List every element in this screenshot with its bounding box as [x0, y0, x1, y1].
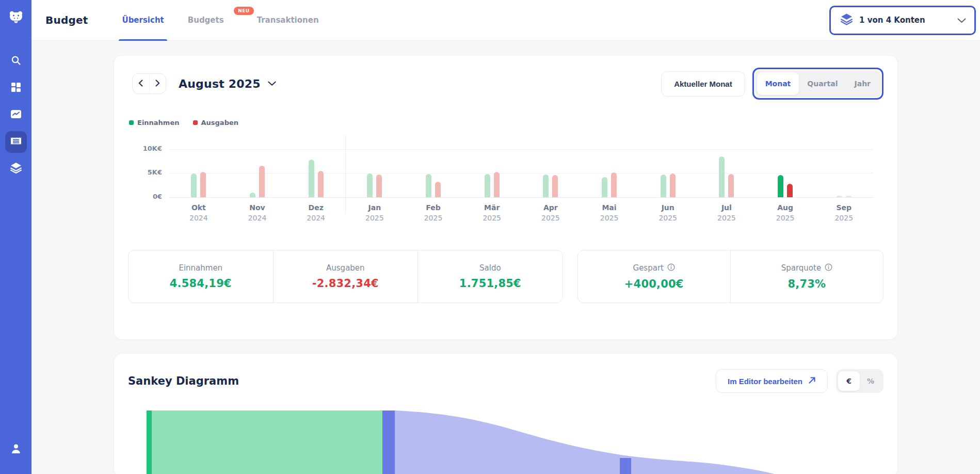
chevron-down-icon [957, 15, 966, 25]
tab-budgets[interactable]: Budgets NEU [188, 0, 233, 41]
bar-ausgaben[interactable] [611, 172, 617, 197]
range-tab-jahr[interactable]: Jahr [846, 72, 879, 95]
bar-einnahmen[interactable] [837, 196, 842, 197]
bar-einnahmen[interactable] [661, 175, 666, 197]
sidebar-item-accounts[interactable] [5, 158, 27, 180]
legend-swatch-green [129, 120, 134, 125]
y-axis-tick: 0€ [153, 193, 162, 200]
receipt-icon [10, 136, 22, 148]
range-tab-quartal[interactable]: Quartal [799, 72, 846, 95]
account-selector-label: 1 von 4 Konten [859, 15, 951, 25]
sankey-diagram[interactable] [147, 410, 900, 474]
sankey-mid-node[interactable] [382, 410, 395, 474]
edit-in-editor-button[interactable]: Im Editor bearbeiten [716, 369, 828, 393]
bar-group[interactable] [580, 144, 639, 197]
sidebar-item-analytics[interactable] [5, 104, 27, 126]
bar-einnahmen[interactable] [250, 193, 255, 197]
account-selector-dropdown[interactable]: 1 von 4 Konten [829, 6, 976, 35]
sidebar-item-dashboard[interactable] [5, 77, 27, 99]
x-axis-label: Okt2024 [169, 203, 228, 222]
bar-einnahmen[interactable] [367, 173, 373, 197]
period-dropdown-chevron-icon[interactable] [268, 81, 276, 86]
bar-group[interactable] [638, 144, 697, 197]
bar-chart-plot-area: 10K€5K€0€ [169, 144, 873, 197]
unit-tab-percent[interactable]: % [860, 371, 881, 391]
chevron-right-icon [155, 79, 160, 89]
bar-ausgaben[interactable] [318, 171, 324, 197]
bar-group[interactable] [228, 144, 287, 197]
bar-chart-groups [169, 144, 873, 197]
stat-ausgaben: Ausgaben -2.832,34€ [273, 250, 418, 303]
external-link-arrow-icon [808, 376, 816, 386]
sankey-income-flow[interactable] [152, 410, 382, 474]
bar-ausgaben[interactable] [200, 172, 206, 197]
sidebar-item-profile[interactable] [5, 439, 27, 461]
bar-einnahmen[interactable] [426, 174, 431, 197]
sankey-expense-flow[interactable] [395, 410, 776, 474]
info-icon[interactable] [825, 263, 832, 273]
sankey-branch-node[interactable] [620, 458, 631, 474]
stat-saldo: Saldo 1.751,85€ [417, 250, 563, 303]
bar-einnahmen[interactable] [543, 175, 549, 197]
bar-group[interactable] [814, 144, 873, 197]
app-logo-hippo-icon[interactable] [0, 0, 31, 34]
sankey-card: Sankey Diagramm Im Editor bearbeiten € % [114, 353, 898, 474]
bar-ausgaben[interactable] [787, 184, 793, 197]
info-icon[interactable] [667, 263, 675, 273]
current-month-button[interactable]: Aktueller Monat [661, 71, 745, 97]
neu-badge: NEU [234, 7, 254, 15]
sidebar-item-budget[interactable] [5, 131, 27, 153]
period-title: August 2025 [179, 77, 261, 90]
bar-group[interactable] [286, 144, 345, 197]
bar-einnahmen[interactable] [719, 156, 725, 197]
main-content: August 2025 Aktueller Monat Monat Quarta… [31, 41, 980, 474]
trend-chart-icon [10, 109, 22, 121]
bar-group[interactable] [345, 144, 404, 197]
summary-card-savings: Gespart +400,00€ Sparquote 8,73% [577, 250, 883, 303]
bar-group[interactable] [404, 144, 463, 197]
unit-tab-euro[interactable]: € [838, 371, 860, 391]
bar-ausgaben[interactable] [259, 166, 265, 197]
bar-group[interactable] [169, 144, 228, 197]
period-row: August 2025 Aktueller Monat Monat Quarta… [128, 69, 883, 98]
x-axis-label: Mär2025 [462, 203, 521, 222]
sidebar-item-search[interactable] [5, 51, 27, 72]
previous-month-button[interactable] [133, 74, 150, 93]
bar-ausgaben[interactable] [376, 175, 382, 197]
x-axis-label: Aug2025 [756, 203, 815, 222]
bar-group[interactable] [756, 144, 815, 197]
y-axis-tick: 5K€ [148, 168, 162, 176]
x-axis-label: Dez2024 [286, 203, 345, 222]
sankey-source-node[interactable] [147, 410, 152, 474]
sidebar [0, 0, 31, 474]
layers-icon [840, 13, 853, 27]
range-tab-monat[interactable]: Monat [757, 72, 799, 95]
next-month-button[interactable] [150, 74, 166, 93]
legend-swatch-red [193, 120, 198, 125]
bar-ausgaben[interactable] [846, 196, 852, 197]
bar-einnahmen[interactable] [778, 175, 783, 197]
bar-group[interactable] [521, 144, 580, 197]
bar-einnahmen[interactable] [191, 173, 197, 197]
page-title: Budget [45, 14, 88, 26]
bar-ausgaben[interactable] [670, 173, 676, 197]
tab-uebersicht[interactable]: Übersicht [122, 0, 164, 41]
bar-group[interactable] [462, 144, 521, 197]
stat-einnahmen: Einnahmen 4.584,19€ [128, 250, 273, 303]
bar-chart: 10K€5K€0€ Okt2024Nov2024Dez2024Jan2025Fe… [169, 144, 873, 222]
bar-ausgaben[interactable] [494, 172, 500, 197]
stat-sparquote: Sparquote 8,73% [730, 250, 883, 303]
bar-group[interactable] [697, 144, 756, 197]
bar-einnahmen[interactable] [309, 160, 314, 197]
month-nav [132, 73, 166, 94]
bar-einnahmen[interactable] [485, 174, 490, 197]
sankey-header: Sankey Diagramm Im Editor bearbeiten € % [128, 369, 883, 393]
tab-transaktionen[interactable]: Transaktionen [257, 0, 319, 41]
bar-ausgaben[interactable] [728, 174, 734, 197]
bar-ausgaben[interactable] [435, 182, 441, 197]
legend-einnahmen[interactable]: Einnahmen [129, 119, 180, 127]
bar-einnahmen[interactable] [602, 177, 607, 197]
x-axis-label: Jul2025 [697, 203, 756, 222]
legend-ausgaben[interactable]: Ausgaben [193, 119, 239, 127]
bar-ausgaben[interactable] [552, 175, 558, 197]
